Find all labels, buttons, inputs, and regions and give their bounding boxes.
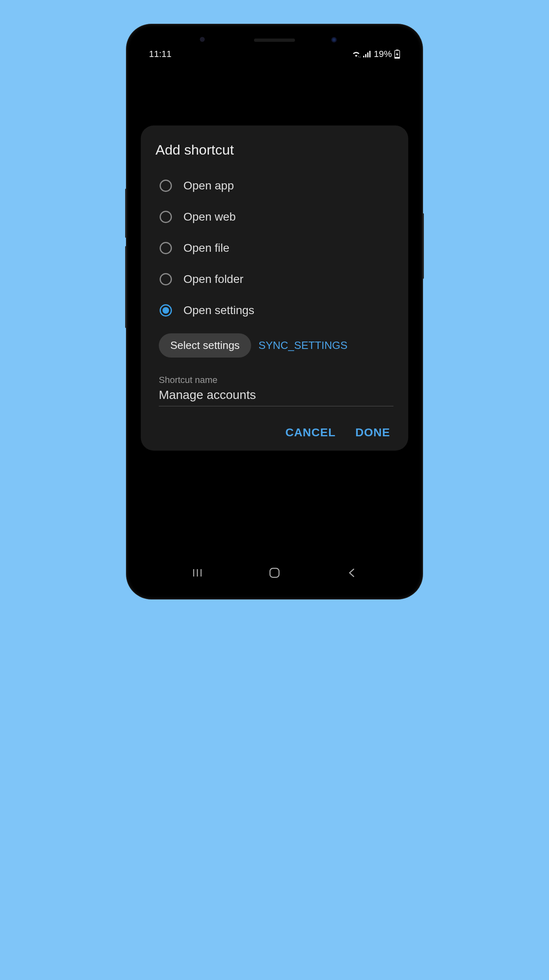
phone-frame: 11:11 ↑↓ 19% Add shortcut: [127, 25, 422, 599]
radio-label: Open file: [183, 242, 229, 255]
status-indicators: ↑↓ 19%: [352, 49, 400, 59]
svg-rect-7: [395, 57, 400, 59]
radio-icon: [160, 211, 172, 223]
content-area: Add shortcut Open app Open web Open file: [134, 64, 415, 558]
signal-icon: [363, 51, 371, 57]
recents-button[interactable]: [185, 565, 210, 581]
radio-label: Open settings: [183, 304, 254, 317]
power-button[interactable]: [422, 213, 424, 279]
front-camera-sensor: [200, 37, 205, 42]
select-settings-button[interactable]: Select settings: [159, 333, 251, 358]
front-camera: [331, 37, 337, 43]
radio-open-settings[interactable]: Open settings: [160, 304, 393, 317]
svg-rect-3: [367, 52, 368, 57]
shortcut-name-section: Shortcut name Manage accounts: [159, 375, 393, 406]
radio-open-file[interactable]: Open file: [160, 242, 393, 255]
battery-percent: 19%: [374, 49, 392, 59]
radio-icon: [160, 180, 172, 192]
navigation-bar: [134, 558, 415, 591]
svg-rect-1: [363, 56, 364, 57]
radio-label: Open web: [183, 210, 236, 223]
radio-open-app[interactable]: Open app: [160, 179, 393, 192]
battery-icon: [394, 50, 400, 59]
screen: 11:11 ↑↓ 19% Add shortcut: [134, 32, 415, 591]
radio-icon: [160, 273, 172, 285]
svg-rect-4: [369, 51, 371, 57]
shortcut-name-label: Shortcut name: [159, 375, 393, 385]
shortcut-type-radio-group: Open app Open web Open file Open folder: [156, 179, 393, 317]
wifi-icon: ↑↓: [352, 50, 361, 58]
volume-down-button[interactable]: [125, 246, 127, 328]
svg-rect-2: [365, 54, 366, 57]
volume-up-button[interactable]: [125, 189, 127, 238]
status-time: 11:11: [149, 49, 172, 59]
add-shortcut-dialog: Add shortcut Open app Open web Open file: [141, 125, 408, 451]
svg-rect-11: [270, 568, 279, 577]
status-bar: 11:11 ↑↓ 19%: [134, 44, 415, 64]
dialog-title: Add shortcut: [156, 142, 393, 158]
radio-label: Open app: [183, 179, 234, 192]
radio-open-folder[interactable]: Open folder: [160, 273, 393, 286]
dialog-actions: CANCEL DONE: [156, 426, 393, 439]
svg-text:↑↓: ↑↓: [357, 55, 361, 58]
earpiece-speaker: [254, 39, 295, 42]
settings-selector-row: Select settings SYNC_SETTINGS: [159, 333, 393, 358]
selected-settings-value: SYNC_SETTINGS: [258, 339, 348, 352]
back-button[interactable]: [339, 565, 364, 581]
radio-open-web[interactable]: Open web: [160, 210, 393, 223]
radio-icon: [160, 242, 172, 254]
notch: [134, 32, 415, 44]
done-button[interactable]: DONE: [355, 426, 390, 439]
shortcut-name-input[interactable]: Manage accounts: [159, 388, 393, 406]
radio-icon-selected: [160, 304, 172, 317]
cancel-button[interactable]: CANCEL: [285, 426, 336, 439]
radio-label: Open folder: [183, 273, 243, 286]
home-button[interactable]: [262, 565, 287, 581]
